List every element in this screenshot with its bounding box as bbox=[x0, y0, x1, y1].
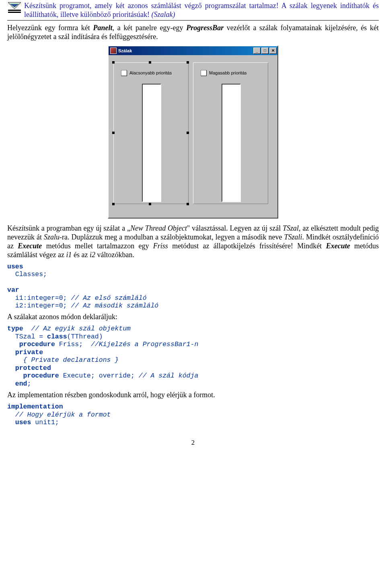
p2-b: New Thread Object bbox=[130, 224, 187, 232]
handle bbox=[149, 61, 151, 64]
kw-var: var bbox=[7, 286, 19, 294]
cmnt-i2: // Az második számláló bbox=[71, 302, 158, 309]
p2-d: TSzal bbox=[283, 224, 299, 232]
code-tszal: TSzal = bbox=[7, 333, 47, 340]
kw-uses: uses bbox=[7, 263, 23, 270]
p1-c: , a két panelre egy-egy bbox=[113, 24, 187, 32]
panel-right: Magasabb prioritás bbox=[193, 62, 268, 204]
kw-proc1: procedure bbox=[7, 340, 55, 348]
handle bbox=[187, 132, 189, 134]
code-exec: Execute; override; bbox=[59, 372, 139, 380]
code-semi: ; bbox=[27, 380, 31, 388]
page-title: Készítsünk programot, amely két azonos s… bbox=[24, 2, 379, 19]
checkbox-high-priority-label: Magasabb prioritás bbox=[209, 70, 247, 75]
p2-c: " választással. Legyen az új szál bbox=[187, 224, 283, 232]
handle bbox=[112, 61, 115, 64]
paragraph-1: Helyezzünk egy formra két Panelt, a két … bbox=[7, 24, 379, 41]
page-number: 2 bbox=[7, 439, 379, 447]
p2-a: Készítsünk a programban egy új szálat a … bbox=[7, 224, 130, 232]
handle bbox=[112, 203, 115, 205]
header-row: Készítsünk programot, amely két azonos s… bbox=[7, 2, 379, 19]
kw-end: end bbox=[7, 380, 27, 388]
code-unit1: unit1; bbox=[31, 419, 59, 426]
minimize-icon: _ bbox=[256, 49, 258, 53]
kw-type: type bbox=[7, 325, 31, 332]
titlebar: Szálak _ □ ✕ bbox=[109, 46, 277, 55]
p2-f: Szalu bbox=[44, 233, 60, 241]
paragraph-4: Az implementation részben gondoskodunk a… bbox=[7, 391, 379, 400]
app-icon bbox=[110, 47, 117, 54]
cmnt-friss: //Kijelzés a ProgressBar1-n bbox=[91, 340, 198, 348]
code-friss: Friss; bbox=[55, 340, 91, 348]
p2-m: metódust az állapotkijelzés frissítésére… bbox=[168, 242, 326, 250]
cmnt-exec: // A szál kódja bbox=[139, 372, 199, 380]
logo-icon bbox=[7, 2, 22, 14]
kw-private: private bbox=[7, 349, 43, 356]
checkbox-high-priority[interactable] bbox=[201, 70, 207, 76]
progressbar-right bbox=[222, 84, 241, 202]
paragraph-2: Készítsünk a programban egy új szálat a … bbox=[7, 224, 379, 260]
code-block-1: uses Classes; var i1:integer=0; // Az el… bbox=[7, 263, 379, 310]
checkbox-low-priority-label: Alacsonyabb prioritás bbox=[129, 70, 172, 75]
window-title: Szálak bbox=[118, 48, 132, 53]
p2-k: metódus mellet tartalmazzon egy bbox=[42, 242, 153, 250]
p2-q: és az bbox=[72, 251, 89, 259]
handle bbox=[149, 203, 151, 205]
code-tthread: (TThread) bbox=[67, 333, 103, 340]
p1-b: Panelt bbox=[93, 24, 113, 32]
handle bbox=[187, 203, 189, 205]
kw-impl: implementation bbox=[7, 403, 63, 411]
p2-r: i2 bbox=[90, 251, 95, 259]
checkbox-high-priority-row: Magasabb prioritás bbox=[201, 70, 268, 76]
paragraph-3: A szálakat azonos módon deklaráljuk: bbox=[7, 313, 379, 322]
kw-protected: protected bbox=[7, 364, 51, 372]
progressbar-left bbox=[142, 84, 161, 202]
checkbox-low-priority-row: Alacsonyabb prioritás bbox=[121, 70, 188, 76]
p2-g: -ra. Duplázzuk meg a modulban a szálobje… bbox=[60, 233, 284, 241]
p2-n: Execute bbox=[326, 242, 350, 250]
code-i2: i2:integer=0; bbox=[7, 302, 71, 309]
p1-d: ProgressBar bbox=[186, 24, 224, 32]
svg-rect-4 bbox=[8, 12, 21, 13]
page: Készítsünk programot, amely két azonos s… bbox=[0, 0, 386, 463]
close-icon: ✕ bbox=[271, 49, 275, 53]
kw-proc2: procedure bbox=[7, 372, 59, 380]
code-block-2: type // Az egyik szál objektum TSzal = c… bbox=[7, 325, 379, 388]
svg-rect-3 bbox=[8, 10, 21, 11]
handle bbox=[187, 61, 189, 64]
cmnt-impl: // Hogy elérjük a formot bbox=[7, 411, 111, 419]
checkbox-low-priority[interactable] bbox=[121, 70, 127, 76]
handle bbox=[112, 132, 115, 134]
p2-h: TSzali bbox=[284, 233, 302, 241]
cmnt-type: // Az egyik szál objektum bbox=[31, 325, 131, 332]
maximize-button[interactable]: □ bbox=[261, 47, 269, 54]
p2-p: i1 bbox=[66, 251, 72, 259]
header-divider bbox=[7, 20, 379, 21]
title-text: Készítsünk programot, amely két azonos s… bbox=[24, 2, 379, 19]
kw-uses2: uses bbox=[7, 419, 31, 426]
panel-left: Alacsonyabb prioritás bbox=[113, 62, 189, 204]
code-classes: Classes; bbox=[7, 270, 47, 278]
cmnt-i1: // Az első számláló bbox=[71, 294, 146, 302]
cmnt-privdecl: { Private declarations } bbox=[7, 356, 119, 364]
p2-l: Friss bbox=[153, 242, 168, 250]
app-window: Szálak _ □ ✕ Alacsonyabb prioritás bbox=[108, 45, 278, 219]
code-i1: i1:integer=0; bbox=[7, 294, 71, 302]
p1-a: Helyezzünk egy formra két bbox=[7, 24, 93, 32]
p2-j: Execute bbox=[18, 242, 42, 250]
kw-class: class bbox=[47, 333, 67, 340]
minimize-button[interactable]: _ bbox=[253, 47, 261, 54]
maximize-icon: □ bbox=[264, 49, 266, 53]
p2-s: változókban. bbox=[95, 251, 134, 259]
window-client-area: Alacsonyabb prioritás bbox=[109, 55, 277, 218]
close-button[interactable]: ✕ bbox=[269, 47, 277, 54]
code-block-3: implementation // Hogy elérjük a formot … bbox=[7, 403, 379, 426]
screenshot-container: Szálak _ □ ✕ Alacsonyabb prioritás bbox=[7, 45, 379, 219]
title-tag: (Szalak) bbox=[151, 10, 175, 19]
